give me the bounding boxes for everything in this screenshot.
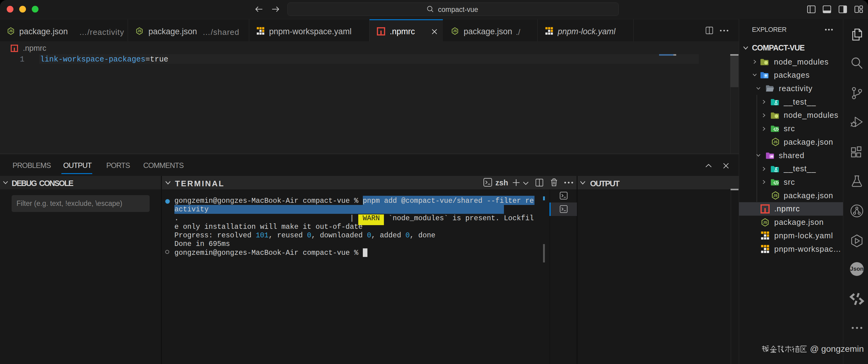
svg-text:JS: JS xyxy=(453,29,457,33)
svg-text:JS: JS xyxy=(137,29,142,33)
svg-text:JS: JS xyxy=(9,29,13,33)
